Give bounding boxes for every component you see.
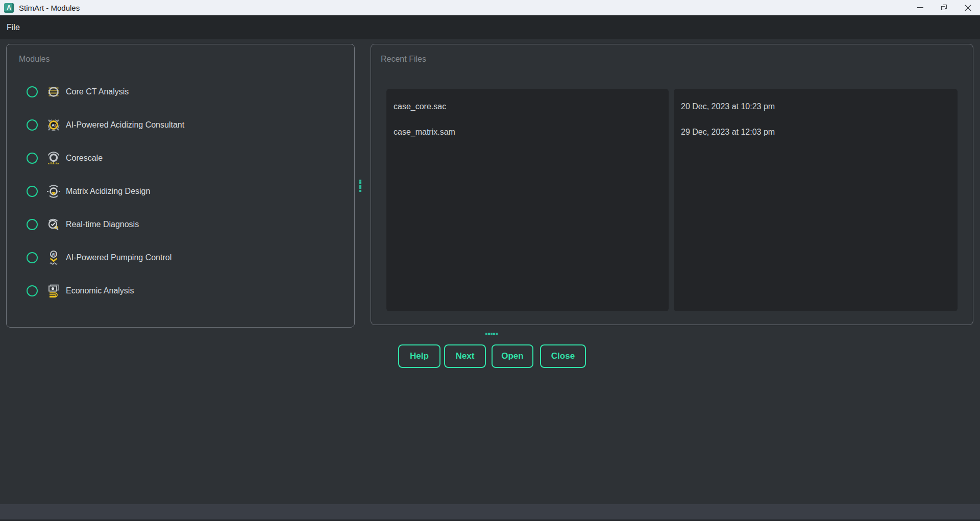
menu-file[interactable]: File: [0, 23, 27, 32]
open-button[interactable]: Open: [492, 344, 533, 368]
module-item-ai-acidizing-consultant[interactable]: AI AI-Powered Acidizing Consultant: [27, 117, 184, 133]
radio-ai-pumping-control[interactable]: [27, 252, 38, 263]
module-label: Real-time Diagnosis: [66, 220, 139, 229]
radio-core-ct-analysis[interactable]: [27, 86, 38, 97]
status-bar: [0, 504, 980, 521]
close-button[interactable]: Close: [540, 344, 586, 368]
recent-files-panel-title: Recent Files: [381, 55, 426, 64]
radio-corescale[interactable]: [27, 153, 38, 164]
module-item-real-time-diagnosis[interactable]: Real-time Diagnosis: [27, 217, 139, 232]
module-label: Matrix Acidizing Design: [66, 187, 150, 196]
close-icon: [965, 5, 971, 11]
file-date-cell[interactable]: 29 Dec, 2023 at 12:03 pm: [674, 119, 958, 145]
radio-real-time-diagnosis[interactable]: [27, 219, 38, 230]
minimize-icon: [917, 7, 923, 8]
economic-analysis-icon: [46, 283, 61, 299]
app-logo-icon: A: [4, 3, 14, 13]
modules-panel: Modules Core CT Analysis: [6, 44, 355, 328]
file-name-cell[interactable]: case_core.sac: [386, 94, 669, 119]
restore-button[interactable]: [932, 0, 956, 15]
title-bar: A StimArt - Modules: [0, 0, 980, 15]
radio-matrix-acidizing-design[interactable]: [27, 186, 38, 197]
module-label: AI-Powered Pumping Control: [66, 253, 172, 262]
app-window: A StimArt - Modules File Modules: [0, 0, 980, 521]
app-logo-letter: A: [7, 4, 11, 11]
module-item-matrix-acidizing-design[interactable]: Matrix Acidizing Design: [27, 184, 150, 199]
close-window-button[interactable]: [956, 0, 980, 15]
window-controls: [908, 0, 980, 15]
file-date-cell[interactable]: 20 Dec, 2023 at 10:23 pm: [674, 94, 958, 119]
next-button[interactable]: Next: [444, 344, 486, 368]
horizontal-splitter-handle[interactable]: [485, 333, 498, 335]
minimize-button[interactable]: [908, 0, 932, 15]
module-label: AI-Powered Acidizing Consultant: [66, 120, 184, 130]
module-label: Corescale: [66, 154, 103, 163]
corescale-icon: [46, 151, 61, 166]
module-item-ai-pumping-control[interactable]: AI AI-Powered Pumping Control: [27, 250, 172, 265]
ai-icon-label: AI: [52, 123, 56, 128]
menu-bar: File: [0, 15, 980, 39]
modules-panel-title: Modules: [19, 55, 50, 64]
ai-pumping-icon: AI: [46, 250, 61, 265]
radio-economic-analysis[interactable]: [27, 285, 38, 296]
module-item-corescale[interactable]: Corescale: [27, 151, 103, 166]
radio-ai-acidizing-consultant[interactable]: [27, 119, 38, 131]
file-date-list: 20 Dec, 2023 at 10:23 pm 29 Dec, 2023 at…: [674, 89, 958, 311]
module-item-core-ct-analysis[interactable]: Core CT Analysis: [27, 84, 129, 100]
file-name-list: case_core.sac case_matrix.sam: [386, 89, 669, 311]
vertical-splitter-handle[interactable]: [359, 180, 362, 192]
help-button[interactable]: Help: [398, 344, 440, 368]
recent-files-panel: Recent Files Name Date Modified case_cor…: [371, 44, 973, 325]
ai-acidizing-icon: AI: [46, 117, 61, 133]
ai-icon-label: AI: [52, 253, 56, 256]
module-label: Economic Analysis: [66, 286, 134, 295]
file-name-cell[interactable]: case_matrix.sam: [386, 119, 669, 145]
realtime-diagnosis-icon: [46, 217, 61, 232]
window-title: StimArt - Modules: [19, 4, 80, 12]
module-label: Core CT Analysis: [66, 87, 129, 96]
core-ct-icon: [46, 84, 61, 100]
matrix-acidizing-icon: [46, 184, 61, 199]
module-item-economic-analysis[interactable]: Economic Analysis: [27, 283, 134, 299]
restore-icon: [941, 5, 947, 11]
